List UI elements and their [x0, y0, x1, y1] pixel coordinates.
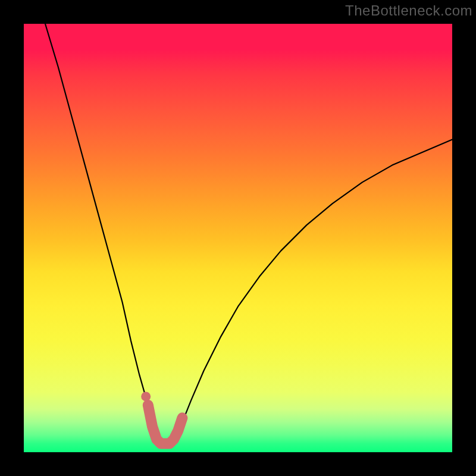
chart-overlay-svg — [24, 24, 452, 452]
bottleneck-curve — [45, 24, 452, 444]
optimal-range-highlight — [148, 405, 183, 444]
watermark-text: TheBottleneck.com — [345, 2, 472, 19]
reference-dot — [141, 392, 151, 401]
chart-frame: TheBottleneck.com — [0, 0, 476, 476]
plot-area — [24, 24, 452, 452]
